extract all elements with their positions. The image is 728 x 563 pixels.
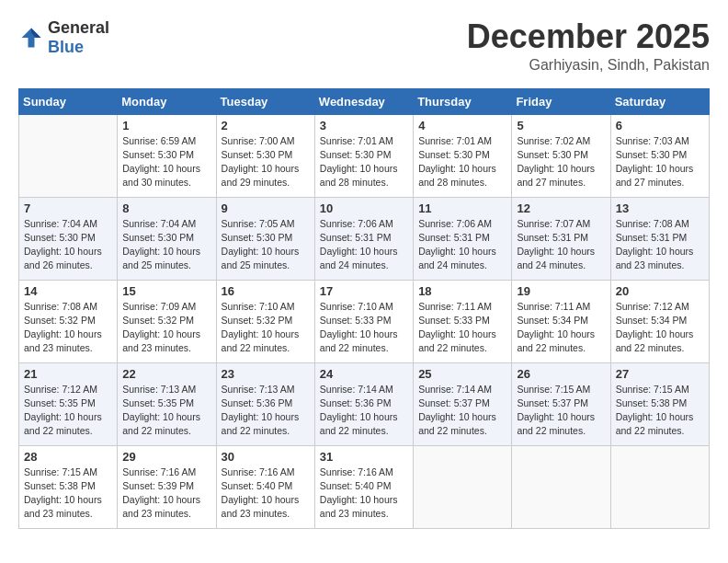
table-row: 5Sunrise: 7:02 AMSunset: 5:30 PMDaylight… [512,114,610,197]
day-info: Sunrise: 7:01 AMSunset: 5:30 PMDaylight:… [320,134,408,190]
day-number: 24 [320,367,408,381]
day-info: Sunrise: 7:15 AMSunset: 5:38 PMDaylight:… [24,465,112,522]
day-number: 23 [222,367,310,381]
col-monday: Monday [118,88,216,114]
col-wednesday: Wednesday [314,88,413,114]
table-row: 25Sunrise: 7:14 AMSunset: 5:37 PMDayligh… [414,362,512,445]
table-row: 16Sunrise: 7:10 AMSunset: 5:32 PMDayligh… [216,280,314,362]
table-row: 1Sunrise: 6:59 AMSunset: 5:30 PMDaylight… [118,114,216,197]
day-number: 26 [517,367,605,381]
day-info: Sunrise: 7:06 AMSunset: 5:31 PMDaylight:… [418,217,506,273]
month-year-title: December 2025 [467,18,710,55]
day-number: 30 [222,450,310,464]
table-row [414,445,512,528]
day-number: 29 [122,450,210,464]
day-number: 18 [418,284,506,298]
day-number: 21 [24,367,112,381]
table-row: 2Sunrise: 7:00 AMSunset: 5:30 PMDaylight… [216,114,314,197]
table-row: 31Sunrise: 7:16 AMSunset: 5:40 PMDayligh… [314,445,413,528]
table-row: 15Sunrise: 7:09 AMSunset: 5:32 PMDayligh… [118,280,216,362]
table-row: 10Sunrise: 7:06 AMSunset: 5:31 PMDayligh… [314,197,413,280]
table-row: 23Sunrise: 7:13 AMSunset: 5:36 PMDayligh… [216,362,314,445]
table-row: 21Sunrise: 7:12 AMSunset: 5:35 PMDayligh… [19,362,118,445]
calendar-week-2: 7Sunrise: 7:04 AMSunset: 5:30 PMDaylight… [19,197,710,280]
table-row: 3Sunrise: 7:01 AMSunset: 5:30 PMDaylight… [314,114,413,197]
table-row: 7Sunrise: 7:04 AMSunset: 5:30 PMDaylight… [19,197,118,280]
day-number: 19 [517,284,605,298]
col-sunday: Sunday [19,88,118,114]
col-saturday: Saturday [610,88,709,114]
table-row: 17Sunrise: 7:10 AMSunset: 5:33 PMDayligh… [314,280,413,362]
day-info: Sunrise: 7:02 AMSunset: 5:30 PMDaylight:… [517,134,605,190]
table-row: 12Sunrise: 7:07 AMSunset: 5:31 PMDayligh… [512,197,610,280]
day-info: Sunrise: 7:04 AMSunset: 5:30 PMDaylight:… [24,217,112,273]
day-info: Sunrise: 7:11 AMSunset: 5:33 PMDaylight:… [418,300,506,356]
day-number: 17 [320,284,408,298]
day-info: Sunrise: 7:11 AMSunset: 5:34 PMDaylight:… [517,300,605,356]
table-row: 18Sunrise: 7:11 AMSunset: 5:33 PMDayligh… [414,280,512,362]
table-row: 19Sunrise: 7:11 AMSunset: 5:34 PMDayligh… [512,280,610,362]
logo-blue: Blue [48,38,84,56]
header: General Blue December 2025 Garhiyasin, S… [18,18,710,74]
day-info: Sunrise: 7:07 AMSunset: 5:31 PMDaylight:… [517,217,605,273]
day-info: Sunrise: 7:08 AMSunset: 5:32 PMDaylight:… [24,300,112,356]
day-info: Sunrise: 7:13 AMSunset: 5:35 PMDaylight:… [122,383,210,439]
day-number: 6 [616,119,704,132]
table-row [19,114,118,197]
table-row: 20Sunrise: 7:12 AMSunset: 5:34 PMDayligh… [610,280,709,362]
day-number: 3 [320,119,408,132]
day-number: 11 [418,201,506,215]
table-row [512,445,610,528]
col-friday: Friday [512,88,610,114]
title-block: December 2025 Garhiyasin, Sindh, Pakista… [467,18,710,74]
table-row: 27Sunrise: 7:15 AMSunset: 5:38 PMDayligh… [610,362,709,445]
day-number: 4 [418,119,506,132]
day-number: 22 [122,367,210,381]
day-number: 16 [222,284,310,298]
table-row: 22Sunrise: 7:13 AMSunset: 5:35 PMDayligh… [118,362,216,445]
day-number: 14 [24,284,112,298]
day-number: 28 [24,450,112,464]
col-tuesday: Tuesday [216,88,314,114]
day-number: 1 [122,119,210,132]
day-number: 25 [418,367,506,381]
day-info: Sunrise: 7:03 AMSunset: 5:30 PMDaylight:… [616,134,704,190]
table-row: 6Sunrise: 7:03 AMSunset: 5:30 PMDaylight… [610,114,709,197]
day-info: Sunrise: 7:08 AMSunset: 5:31 PMDaylight:… [616,217,704,273]
day-number: 2 [222,119,310,132]
day-info: Sunrise: 7:15 AMSunset: 5:38 PMDaylight:… [616,383,704,439]
calendar-table: Sunday Monday Tuesday Wednesday Thursday… [18,88,710,529]
logo: General Blue [18,18,109,57]
table-row: 8Sunrise: 7:04 AMSunset: 5:30 PMDaylight… [118,197,216,280]
calendar-week-4: 21Sunrise: 7:12 AMSunset: 5:35 PMDayligh… [19,362,710,445]
day-number: 15 [122,284,210,298]
table-row: 11Sunrise: 7:06 AMSunset: 5:31 PMDayligh… [414,197,512,280]
calendar-week-5: 28Sunrise: 7:15 AMSunset: 5:38 PMDayligh… [19,445,710,528]
table-row [610,445,709,528]
day-info: Sunrise: 7:09 AMSunset: 5:32 PMDaylight:… [122,300,210,356]
logo-icon [18,25,44,51]
day-info: Sunrise: 7:04 AMSunset: 5:30 PMDaylight:… [122,217,210,273]
day-info: Sunrise: 7:05 AMSunset: 5:30 PMDaylight:… [222,217,310,273]
day-number: 20 [616,284,704,298]
day-info: Sunrise: 7:14 AMSunset: 5:37 PMDaylight:… [418,383,506,439]
day-info: Sunrise: 7:14 AMSunset: 5:36 PMDaylight:… [320,383,408,439]
day-number: 5 [517,119,605,132]
table-row: 26Sunrise: 7:15 AMSunset: 5:37 PMDayligh… [512,362,610,445]
calendar-week-1: 1Sunrise: 6:59 AMSunset: 5:30 PMDaylight… [19,114,710,197]
day-info: Sunrise: 7:10 AMSunset: 5:33 PMDaylight:… [320,300,408,356]
day-info: Sunrise: 7:16 AMSunset: 5:40 PMDaylight:… [222,465,310,522]
table-row: 24Sunrise: 7:14 AMSunset: 5:36 PMDayligh… [314,362,413,445]
table-row: 30Sunrise: 7:16 AMSunset: 5:40 PMDayligh… [216,445,314,528]
day-number: 7 [24,201,112,215]
day-number: 31 [320,450,408,464]
day-info: Sunrise: 7:12 AMSunset: 5:34 PMDaylight:… [616,300,704,356]
day-number: 8 [122,201,210,215]
table-row: 13Sunrise: 7:08 AMSunset: 5:31 PMDayligh… [610,197,709,280]
day-info: Sunrise: 7:15 AMSunset: 5:37 PMDaylight:… [517,383,605,439]
day-info: Sunrise: 7:13 AMSunset: 5:36 PMDaylight:… [222,383,310,439]
table-row: 29Sunrise: 7:16 AMSunset: 5:39 PMDayligh… [118,445,216,528]
day-info: Sunrise: 7:01 AMSunset: 5:30 PMDaylight:… [418,134,506,190]
table-row: 9Sunrise: 7:05 AMSunset: 5:30 PMDaylight… [216,197,314,280]
day-number: 10 [320,201,408,215]
